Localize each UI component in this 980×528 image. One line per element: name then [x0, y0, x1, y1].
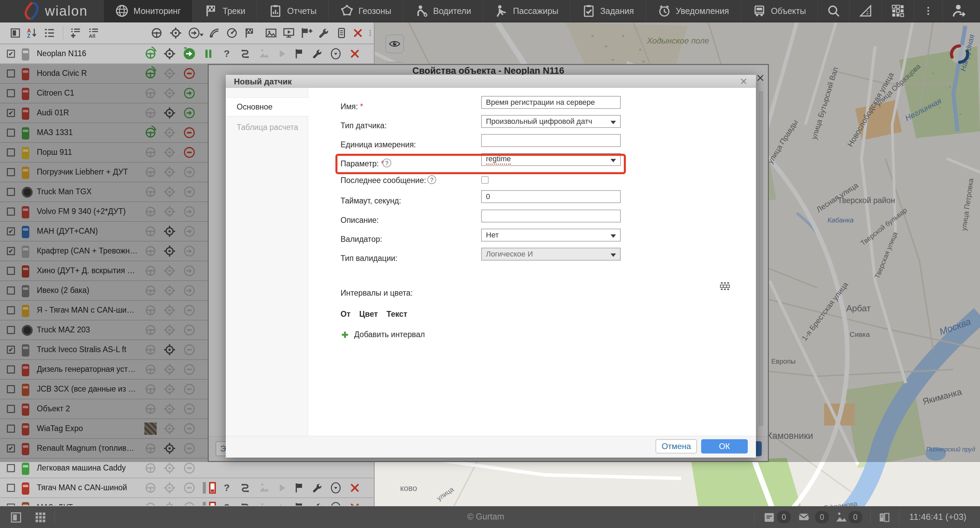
steering-status-icon[interactable] [145, 363, 157, 376]
add-interval-button[interactable]: Добавить интервал [340, 330, 425, 339]
measure-unit-input[interactable] [481, 134, 621, 147]
unit-checkbox[interactable]: ✔ [7, 346, 15, 354]
unit-checkbox[interactable]: ✔ [7, 444, 15, 452]
unit-checkbox[interactable] [7, 70, 15, 78]
steering-status-icon[interactable] [145, 324, 157, 336]
unit-checkbox[interactable] [7, 405, 15, 413]
motion-column-icon[interactable] [188, 27, 200, 39]
flag-icon[interactable] [294, 482, 305, 494]
unit-checkbox[interactable] [7, 208, 15, 216]
motion-status-icon[interactable] [183, 344, 196, 356]
dots-icon[interactable] [366, 29, 374, 37]
flag-add-column-icon[interactable] [300, 27, 313, 39]
last-message-help-icon[interactable]: ? [427, 175, 436, 184]
steering-status-icon[interactable] [145, 501, 157, 506]
motion-status-icon[interactable] [183, 304, 196, 316]
steering-status-icon[interactable] [145, 442, 157, 455]
position-status-icon[interactable] [164, 87, 176, 99]
motion-status-icon[interactable] [183, 265, 196, 277]
steering-status-icon[interactable] [145, 482, 157, 494]
playback-icon[interactable] [276, 48, 288, 60]
steering-status-icon[interactable] [145, 284, 157, 297]
unit-checkbox[interactable] [7, 148, 15, 157]
unit-checkbox[interactable] [7, 504, 15, 506]
monitor-play-column-icon[interactable] [283, 27, 295, 39]
position-status-icon[interactable] [164, 245, 176, 257]
messages-icon[interactable] [258, 502, 270, 506]
motion-status-icon[interactable] [183, 186, 196, 198]
unit-checkbox[interactable] [7, 287, 15, 295]
unit-checkbox[interactable]: ✔ [7, 109, 15, 117]
wrench-icon[interactable] [312, 49, 323, 59]
steering-status-icon[interactable] [145, 206, 157, 218]
unit-checkbox[interactable] [7, 306, 15, 314]
apps-bottom-icon[interactable] [34, 511, 46, 523]
motion-status-icon[interactable] [183, 403, 196, 415]
position-status-icon[interactable] [164, 363, 176, 376]
intervals-grid-icon[interactable] [719, 281, 730, 292]
layout-book-icon[interactable] [878, 511, 891, 524]
message-doc-icon[interactable] [763, 511, 776, 524]
unit-card-column-icon[interactable] [336, 27, 347, 39]
motion-status-icon[interactable] [183, 87, 196, 99]
panel-toggle-icon[interactable] [10, 511, 22, 524]
unit-checkbox[interactable] [7, 464, 15, 472]
unit-checkbox[interactable] [7, 365, 15, 374]
last-message-checkbox[interactable] [481, 176, 488, 184]
wrench-icon[interactable] [312, 483, 323, 493]
motion-status-icon[interactable] [183, 501, 196, 506]
picture-column-icon[interactable] [265, 27, 277, 39]
delete-icon[interactable] [350, 503, 360, 506]
steering-status-icon[interactable] [145, 87, 157, 99]
timeout-input[interactable]: 0 [481, 190, 621, 203]
kebab-icon[interactable] [914, 0, 942, 22]
motion-status-icon[interactable] [183, 127, 196, 139]
unit-photo[interactable] [145, 423, 157, 435]
nav-item-4[interactable]: Водители [403, 0, 482, 22]
unit-checkbox[interactable]: ✔ [7, 50, 15, 58]
nav-item-5[interactable]: Пассажиры [482, 0, 570, 22]
unit-checkbox[interactable] [7, 188, 15, 196]
list-icon[interactable] [44, 27, 55, 39]
steering-status-icon[interactable] [145, 403, 157, 415]
steering-status-icon[interactable] [145, 186, 157, 198]
motion-status-icon[interactable] [183, 67, 196, 79]
position-status-icon[interactable] [164, 284, 176, 297]
flag-icon[interactable] [294, 48, 305, 60]
motion-status-icon[interactable] [183, 423, 196, 435]
motion-status-icon[interactable] [183, 206, 196, 218]
unit-checkbox[interactable] [7, 425, 15, 433]
steering-status-icon[interactable] [145, 225, 157, 238]
unit-row-23[interactable]: МАЗ+ДУТ [0, 498, 374, 506]
sensor-type-select[interactable]: Произвольный цифровой датч [481, 115, 621, 128]
search-icon[interactable] [818, 0, 849, 22]
nav-item-0[interactable]: Мониторинг [103, 0, 192, 22]
motion-status-icon[interactable] [183, 324, 196, 336]
track-icon[interactable] [239, 502, 251, 506]
steering-status-icon[interactable] [145, 67, 157, 79]
satellite-column-icon[interactable] [208, 27, 220, 39]
position-status-icon[interactable] [164, 403, 176, 415]
position-status-icon[interactable] [164, 482, 176, 494]
motion-status-icon[interactable] [183, 462, 196, 474]
unit-checkbox[interactable] [7, 128, 15, 137]
flag-checkered-column-icon[interactable] [244, 27, 255, 39]
nav-item-1[interactable]: Треки [192, 0, 257, 22]
position-column-icon[interactable] [170, 27, 182, 39]
steering-status-icon[interactable] [145, 166, 157, 178]
unit-row-22[interactable]: Тягач MAN с CAN-шиной [0, 478, 374, 498]
validation-type-select[interactable]: Логическое И [481, 248, 621, 261]
steering-status-icon[interactable] [145, 107, 157, 119]
delete-all-icon[interactable] [353, 28, 363, 38]
apps-dropdown-icon[interactable] [329, 482, 342, 494]
motion-status-icon[interactable] [183, 107, 196, 119]
position-status-icon[interactable] [164, 48, 176, 60]
apps-dropdown-icon[interactable] [329, 501, 342, 506]
position-status-icon[interactable] [164, 166, 176, 178]
nav-item-7[interactable]: Уведомления [646, 0, 741, 22]
steering-status-icon[interactable] [145, 127, 157, 139]
unit-checkbox[interactable] [7, 267, 15, 275]
playback-icon[interactable] [276, 482, 288, 494]
wrench-icon[interactable] [312, 503, 323, 506]
motion-status-icon[interactable] [183, 225, 196, 238]
